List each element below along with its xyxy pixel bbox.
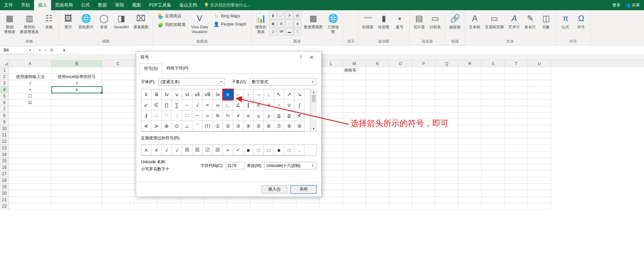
cell[interactable] <box>458 112 482 119</box>
cell[interactable] <box>250 203 273 210</box>
equation-button[interactable]: π公式 <box>558 12 573 31</box>
row-header[interactable]: 17 <box>0 171 9 177</box>
cell[interactable] <box>227 203 250 210</box>
chart-map[interactable]: 🗺 <box>277 28 285 35</box>
row-header[interactable]: 15 <box>0 158 9 164</box>
scroll-down-icon[interactable]: ▼ <box>311 126 316 132</box>
cell[interactable] <box>482 190 505 197</box>
cell[interactable] <box>366 93 389 100</box>
cell[interactable] <box>528 145 551 151</box>
cell[interactable] <box>528 87 551 93</box>
scroll-up-icon[interactable]: ▲ <box>311 89 316 95</box>
row-header[interactable]: 13 <box>0 145 9 151</box>
cell[interactable] <box>102 151 134 158</box>
cell[interactable] <box>9 171 52 177</box>
symbol-cell[interactable]: ≌ <box>213 110 223 121</box>
cell[interactable] <box>458 138 482 145</box>
recent-symbol-cell[interactable]: ☑ <box>203 145 213 155</box>
cell[interactable] <box>528 184 551 190</box>
recent-symbol-cell[interactable]: □ <box>284 145 294 155</box>
symbol-cell[interactable]: ∵ <box>162 110 172 121</box>
symbol-cell[interactable]: ≮ <box>294 110 305 121</box>
cell[interactable] <box>52 151 102 158</box>
cell[interactable] <box>458 93 482 100</box>
cell[interactable] <box>9 177 52 184</box>
symbol-cell[interactable]: ∪ <box>284 100 294 110</box>
cell[interactable] <box>505 203 528 210</box>
slicer-button[interactable]: ▤切片器 <box>412 12 427 31</box>
recent-symbol-cell[interactable]: √ <box>162 145 172 155</box>
cell[interactable] <box>102 184 134 190</box>
cell[interactable] <box>320 158 343 164</box>
textbox-button[interactable]: A文本框 <box>467 12 482 31</box>
cell[interactable] <box>52 125 102 132</box>
pivot-chart-button[interactable]: ▩数据透视图 <box>302 12 325 31</box>
cell[interactable] <box>435 87 458 93</box>
cell[interactable] <box>505 106 528 112</box>
cell[interactable] <box>102 93 134 100</box>
share-button[interactable]: 👥共享 <box>625 2 640 8</box>
cell[interactable] <box>9 112 52 119</box>
cell[interactable] <box>204 197 227 203</box>
cell[interactable] <box>9 203 52 210</box>
cell[interactable] <box>102 67 134 74</box>
cell[interactable] <box>320 132 343 138</box>
cell[interactable] <box>505 112 528 119</box>
cell[interactable] <box>435 158 458 164</box>
cell[interactable] <box>412 132 435 138</box>
col-header[interactable]: N <box>366 60 389 67</box>
chart-stat[interactable]: ⊞ <box>277 20 285 27</box>
symbol-cell[interactable]: ≯ <box>151 121 162 132</box>
row-header[interactable]: 2 <box>0 74 9 80</box>
cell[interactable] <box>482 119 505 125</box>
recent-symbol-cell[interactable]: □ <box>264 145 274 155</box>
recent-symbol-cell[interactable]: √ <box>172 145 182 155</box>
cell[interactable] <box>320 119 343 125</box>
row-header[interactable]: 11 <box>0 132 9 138</box>
cell[interactable] <box>102 190 134 197</box>
cell[interactable] <box>482 100 505 106</box>
cell[interactable] <box>343 80 366 87</box>
header-footer-button[interactable]: ▭页眉和页脚 <box>483 12 506 31</box>
pivot-table-button[interactable]: ▦数据 透视表 <box>2 12 17 35</box>
cell[interactable] <box>435 67 458 74</box>
cell[interactable] <box>482 197 505 203</box>
cell[interactable] <box>412 80 435 87</box>
cell[interactable] <box>482 93 505 100</box>
cell[interactable] <box>482 112 505 119</box>
cell[interactable] <box>435 80 458 87</box>
row-header[interactable]: 20 <box>0 190 9 197</box>
cell[interactable] <box>505 197 528 203</box>
col-header[interactable]: O <box>389 60 412 67</box>
symbol-cell[interactable]: ↘ <box>294 89 305 100</box>
cell[interactable] <box>343 164 366 171</box>
cell[interactable] <box>366 164 389 171</box>
menu-file[interactable]: 文件 <box>0 0 17 10</box>
recent-symbol-cell[interactable]: ■ <box>274 145 284 155</box>
from-select[interactable]: Unicode(十六进制)▼ <box>264 162 317 169</box>
cell[interactable] <box>435 177 458 184</box>
cell[interactable] <box>52 112 102 119</box>
symbol-cell[interactable]: ⑥ <box>264 121 274 132</box>
cell[interactable] <box>435 145 458 151</box>
3d-map-button[interactable]: 🌐三维地 图 <box>325 12 341 35</box>
chart-water[interactable]: ▬ <box>286 28 293 35</box>
cell[interactable] <box>482 132 505 138</box>
cell[interactable] <box>52 203 102 210</box>
cell[interactable] <box>389 67 412 74</box>
cell[interactable] <box>528 177 551 184</box>
cell[interactable] <box>482 177 505 184</box>
cell[interactable] <box>458 158 482 164</box>
cell[interactable] <box>528 171 551 177</box>
cell[interactable] <box>102 145 134 151</box>
symbol-cell[interactable]: ⅷ <box>203 89 213 100</box>
cell[interactable] <box>343 100 366 106</box>
cell[interactable] <box>366 197 389 203</box>
row-header[interactable]: 3 <box>0 80 9 87</box>
cell[interactable] <box>389 138 412 145</box>
cell[interactable] <box>52 145 102 151</box>
symbol-cell[interactable]: ∽ <box>192 110 203 121</box>
cell[interactable] <box>343 158 366 164</box>
cell[interactable] <box>343 87 366 93</box>
symbol-cell[interactable]: → <box>254 89 264 100</box>
